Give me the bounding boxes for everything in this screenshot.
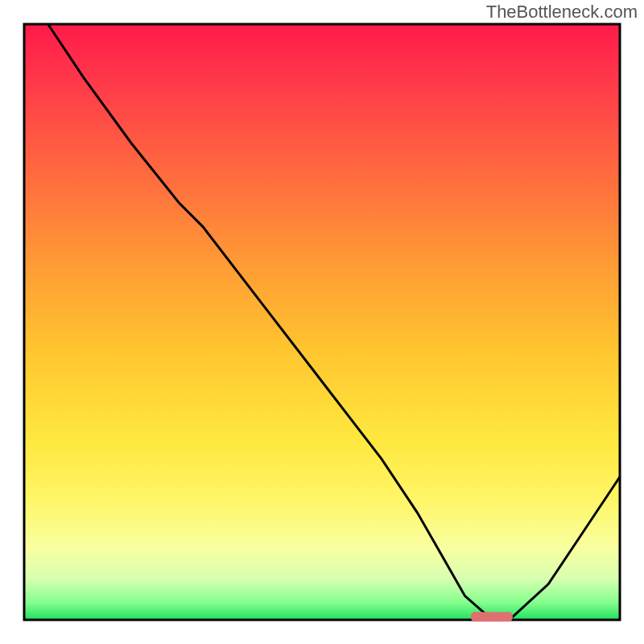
watermark-text: TheBottleneck.com [486, 2, 638, 23]
bottleneck-chart [0, 0, 644, 644]
gradient-background [24, 24, 620, 620]
optimal-marker [471, 612, 513, 621]
chart-container: { "watermark": "TheBottleneck.com", "cha… [0, 0, 644, 644]
